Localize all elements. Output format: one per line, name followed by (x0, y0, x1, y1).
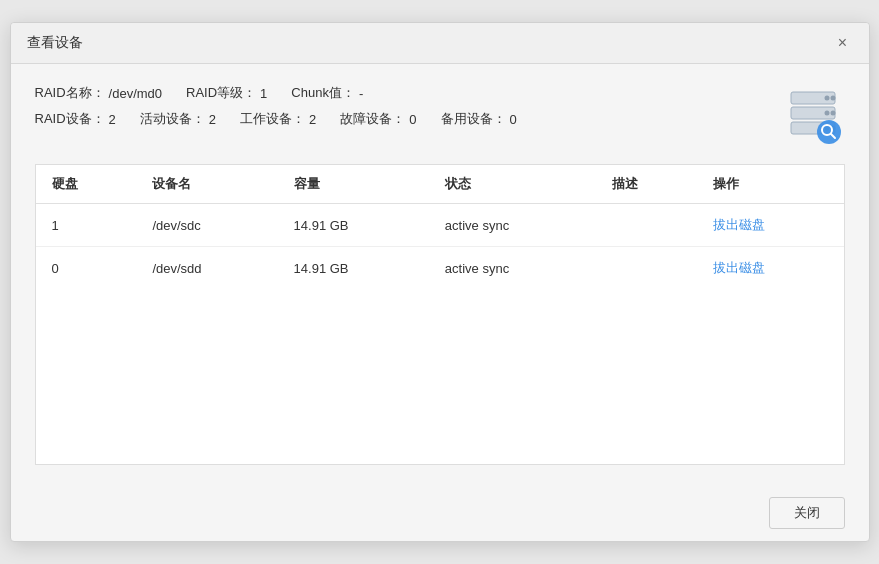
active-devices-label: 活动设备： (140, 110, 205, 128)
eject-disk-link[interactable]: 拔出磁盘 (713, 217, 765, 232)
col-header-description: 描述 (596, 165, 697, 204)
spare-devices-item: 备用设备： 0 (441, 110, 517, 128)
info-text: RAID名称： /dev/md0 RAID等级： 1 Chunk值： - RAI… (35, 84, 765, 136)
working-devices-label: 工作设备： (240, 110, 305, 128)
dialog-close-button[interactable]: × (833, 33, 853, 53)
raid-name-value: /dev/md0 (109, 86, 162, 101)
dialog-footer: 关闭 (11, 485, 869, 541)
failed-devices-label: 故障设备： (340, 110, 405, 128)
working-devices-item: 工作设备： 2 (240, 110, 316, 128)
svg-point-5 (824, 111, 829, 116)
cell-description (596, 247, 697, 290)
cell-capacity: 14.91 GB (278, 247, 429, 290)
table-row: 1/dev/sdc14.91 GBactive sync拔出磁盘 (36, 204, 844, 247)
chunk-item: Chunk值： - (291, 84, 363, 102)
col-header-device: 设备名 (136, 165, 277, 204)
spare-devices-label: 备用设备： (441, 110, 506, 128)
dialog-title: 查看设备 (27, 34, 83, 52)
working-devices-value: 2 (309, 112, 316, 127)
info-section: RAID名称： /dev/md0 RAID等级： 1 Chunk值： - RAI… (35, 84, 845, 148)
raid-level-label: RAID等级： (186, 84, 256, 102)
info-row-2: RAID设备： 2 活动设备： 2 工作设备： 2 故障设备： 0 (35, 110, 765, 128)
active-devices-value: 2 (209, 112, 216, 127)
raid-level-value: 1 (260, 86, 267, 101)
view-device-dialog: 查看设备 × RAID名称： /dev/md0 RAID等级： 1 Chunk值… (10, 22, 870, 542)
svg-point-4 (830, 96, 835, 101)
cell-disk: 1 (36, 204, 137, 247)
raid-name-item: RAID名称： /dev/md0 (35, 84, 163, 102)
cell-device: /dev/sdd (136, 247, 277, 290)
dialog-body: RAID名称： /dev/md0 RAID等级： 1 Chunk值： - RAI… (11, 64, 869, 485)
chunk-value: - (359, 86, 363, 101)
raid-devices-label: RAID设备： (35, 110, 105, 128)
table-row: 0/dev/sdd14.91 GBactive sync拔出磁盘 (36, 247, 844, 290)
cell-description (596, 204, 697, 247)
raid-devices-item: RAID设备： 2 (35, 110, 116, 128)
table-header-row: 硬盘 设备名 容量 状态 描述 操作 (36, 165, 844, 204)
chunk-label: Chunk值： (291, 84, 355, 102)
cell-status: active sync (429, 247, 597, 290)
devices-table-container: 硬盘 设备名 容量 状态 描述 操作 1/dev/sdc14.91 GBacti… (35, 164, 845, 465)
raid-level-item: RAID等级： 1 (186, 84, 267, 102)
cell-action: 拔出磁盘 (697, 204, 843, 247)
col-header-disk: 硬盘 (36, 165, 137, 204)
cell-device: /dev/sdc (136, 204, 277, 247)
database-icon (781, 84, 845, 148)
close-button[interactable]: 关闭 (769, 497, 845, 529)
raid-name-label: RAID名称： (35, 84, 105, 102)
svg-point-3 (824, 96, 829, 101)
cell-disk: 0 (36, 247, 137, 290)
svg-point-9 (817, 120, 841, 144)
col-header-action: 操作 (697, 165, 843, 204)
active-devices-item: 活动设备： 2 (140, 110, 216, 128)
failed-devices-item: 故障设备： 0 (340, 110, 416, 128)
devices-table: 硬盘 设备名 容量 状态 描述 操作 1/dev/sdc14.91 GBacti… (36, 165, 844, 289)
cell-capacity: 14.91 GB (278, 204, 429, 247)
eject-disk-link[interactable]: 拔出磁盘 (713, 260, 765, 275)
cell-status: active sync (429, 204, 597, 247)
info-row-1: RAID名称： /dev/md0 RAID等级： 1 Chunk值： - (35, 84, 765, 102)
col-header-status: 状态 (429, 165, 597, 204)
col-header-capacity: 容量 (278, 165, 429, 204)
failed-devices-value: 0 (409, 112, 416, 127)
cell-action: 拔出磁盘 (697, 247, 843, 290)
raid-devices-value: 2 (109, 112, 116, 127)
dialog-header: 查看设备 × (11, 23, 869, 64)
spare-devices-value: 0 (510, 112, 517, 127)
svg-point-6 (830, 111, 835, 116)
